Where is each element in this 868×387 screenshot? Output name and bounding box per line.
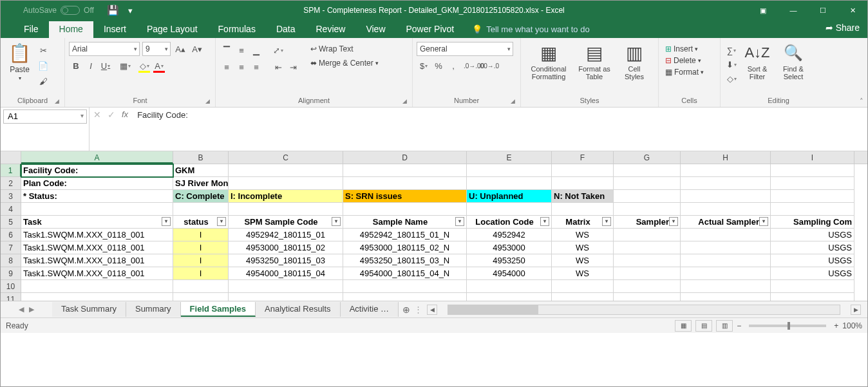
cell[interactable]: I xyxy=(173,229,229,241)
cell[interactable]: GKM xyxy=(173,164,229,177)
align-bottom-icon[interactable]: ▁ xyxy=(249,43,263,57)
cell[interactable]: Task1.SWQM.M.XXX_0118_001 xyxy=(21,241,173,254)
qat-customize-icon[interactable]: ▾ xyxy=(128,6,133,15)
cell[interactable] xyxy=(343,293,467,301)
zoom-slider[interactable] xyxy=(749,325,826,327)
bold-button[interactable]: B xyxy=(69,59,83,73)
cell[interactable] xyxy=(771,190,854,203)
cell[interactable] xyxy=(173,203,229,216)
wrap-text-button[interactable]: ↩Wrap Text xyxy=(308,43,381,55)
format-painter-icon[interactable]: 🖌 xyxy=(36,74,50,88)
cell[interactable] xyxy=(681,241,771,254)
cell[interactable] xyxy=(614,293,681,301)
scroll-left-button[interactable]: ◀ xyxy=(427,305,437,315)
cell[interactable]: U: Unplanned xyxy=(467,190,552,203)
sheet-tab[interactable]: Activitie … xyxy=(341,302,399,317)
cell[interactable] xyxy=(552,293,614,301)
row-header[interactable]: 10 xyxy=(1,280,21,293)
align-top-icon[interactable]: ▔ xyxy=(220,43,234,57)
cell[interactable] xyxy=(229,280,343,293)
cell[interactable] xyxy=(614,280,681,293)
new-sheet-button[interactable]: ⊕ xyxy=(399,305,414,315)
cell[interactable] xyxy=(343,164,467,177)
underline-button[interactable]: U xyxy=(99,59,113,73)
filter-dropdown-icon[interactable]: ▾ xyxy=(669,217,678,226)
cell-styles-button[interactable]: ▥ Cell Styles xyxy=(616,41,652,82)
cell[interactable] xyxy=(614,254,681,267)
col-header-D[interactable]: D xyxy=(343,151,467,164)
copy-icon[interactable]: 📄 xyxy=(36,59,50,73)
sheet-tab[interactable]: Analytical Results xyxy=(256,302,341,317)
cell[interactable] xyxy=(681,203,771,216)
row-header[interactable]: 3 xyxy=(1,190,21,203)
fill-icon[interactable]: ⬇ xyxy=(724,57,739,71)
cell[interactable] xyxy=(552,280,614,293)
cell[interactable] xyxy=(229,164,343,177)
autosum-icon[interactable]: ∑ xyxy=(724,43,739,57)
cell[interactable]: Sampling Com xyxy=(771,216,854,229)
align-center-icon[interactable]: ≡ xyxy=(234,60,249,74)
cell[interactable] xyxy=(771,177,854,190)
find-select-button[interactable]: 🔍 Find & Select xyxy=(776,41,811,82)
cell[interactable]: 4953250 xyxy=(467,254,552,267)
cell[interactable]: I xyxy=(173,254,229,267)
cell[interactable] xyxy=(771,203,854,216)
cell[interactable]: Task1.SWQM.M.XXX_0118_001 xyxy=(21,267,173,280)
cell[interactable]: 4952942_180115_01 xyxy=(229,229,343,241)
cell[interactable]: I: Incomplete xyxy=(229,190,343,203)
cell[interactable] xyxy=(21,280,173,293)
cell[interactable]: Actual Sampler▾ xyxy=(681,216,771,229)
col-header-C[interactable]: C xyxy=(229,151,343,164)
cell[interactable] xyxy=(173,280,229,293)
sheet-tab[interactable]: Summary xyxy=(126,302,181,317)
cell[interactable]: S: SRN issues xyxy=(343,190,467,203)
formula-input[interactable]: Facility Code: xyxy=(132,108,867,151)
cut-icon[interactable]: ✂ xyxy=(36,43,50,57)
font-color-button[interactable]: A xyxy=(152,59,166,73)
italic-button[interactable]: I xyxy=(84,59,98,73)
cell[interactable] xyxy=(614,229,681,241)
cell[interactable] xyxy=(681,280,771,293)
cell[interactable] xyxy=(467,164,552,177)
align-middle-icon[interactable]: ≡ xyxy=(234,43,249,57)
number-format-combo[interactable]: General xyxy=(417,42,513,56)
cell[interactable]: I xyxy=(173,241,229,254)
cell[interactable]: Matrix▾ xyxy=(552,216,614,229)
collapse-ribbon-icon[interactable]: ˄ xyxy=(860,97,863,106)
row-header[interactable]: 8 xyxy=(1,254,21,267)
row-header[interactable]: 11 xyxy=(1,293,21,301)
row-header[interactable]: 9 xyxy=(1,267,21,280)
cell[interactable]: 4954000 xyxy=(467,267,552,280)
delete-cells-button[interactable]: ⊟Delete▾ xyxy=(663,55,704,66)
cell[interactable] xyxy=(614,203,681,216)
cell[interactable]: USGS xyxy=(771,229,854,241)
font-name-combo[interactable]: Arial xyxy=(69,42,140,56)
sort-filter-button[interactable]: A↓Z Sort & Filter xyxy=(740,41,775,82)
cell[interactable]: 4953250_180115_03_N xyxy=(343,254,467,267)
tell-me-search[interactable]: 💡 Tell me what you want to do xyxy=(464,22,597,38)
cell[interactable] xyxy=(21,203,173,216)
close-button[interactable]: ✕ xyxy=(838,1,867,20)
dialog-launcher-icon[interactable]: ◢ xyxy=(205,98,210,104)
cell[interactable] xyxy=(552,177,614,190)
tab-file[interactable]: File xyxy=(14,21,49,38)
cancel-formula-icon[interactable]: ✕ xyxy=(93,109,101,120)
align-left-icon[interactable]: ≡ xyxy=(220,60,234,74)
cell[interactable] xyxy=(681,164,771,177)
page-layout-view-icon[interactable]: ▤ xyxy=(695,320,712,332)
cell[interactable] xyxy=(229,177,343,190)
cell[interactable]: USGS xyxy=(771,254,854,267)
cell[interactable]: USGS xyxy=(771,241,854,254)
cell[interactable] xyxy=(771,293,854,301)
filter-dropdown-icon[interactable]: ▾ xyxy=(217,217,226,226)
comma-format-icon[interactable]: , xyxy=(446,59,460,73)
cell[interactable]: I xyxy=(173,267,229,280)
zoom-in-button[interactable]: + xyxy=(834,321,838,330)
normal-view-icon[interactable]: ▦ xyxy=(675,320,692,332)
autosave-control[interactable]: AutoSave Off xyxy=(23,6,94,15)
cell[interactable] xyxy=(771,164,854,177)
filter-dropdown-icon[interactable]: ▾ xyxy=(759,217,768,226)
row-header[interactable]: 7 xyxy=(1,241,21,254)
cell[interactable] xyxy=(681,190,771,203)
filter-dropdown-icon[interactable]: ▾ xyxy=(455,217,464,226)
